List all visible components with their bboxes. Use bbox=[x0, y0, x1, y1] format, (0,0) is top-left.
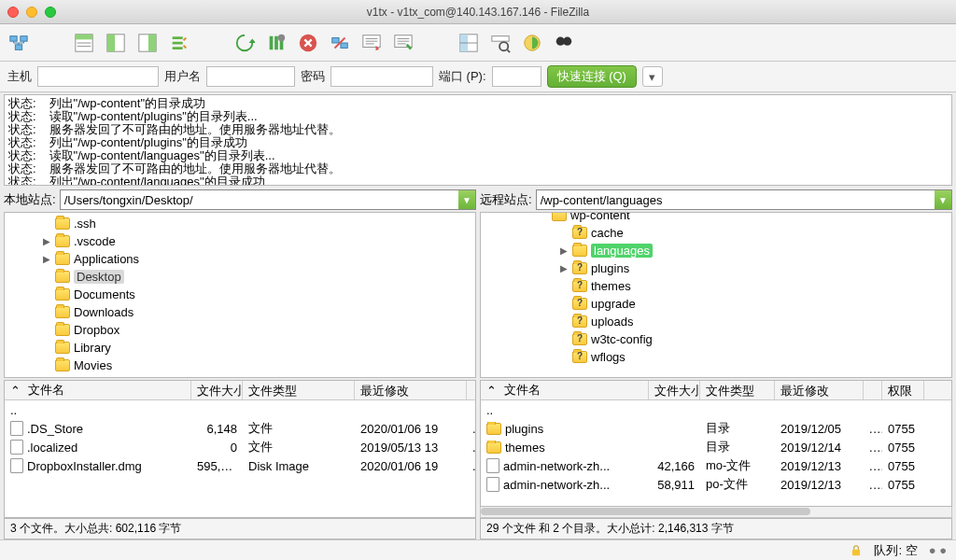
tree-label: w3tc-config bbox=[591, 332, 653, 346]
tree-item[interactable]: Desktop bbox=[5, 268, 475, 286]
close-window-button[interactable] bbox=[7, 7, 19, 18]
port-input[interactable] bbox=[492, 66, 541, 87]
file-row[interactable]: admin-network-zh...58,911po-文件2019/12/13… bbox=[481, 475, 951, 494]
folder-icon bbox=[486, 423, 501, 435]
search-icon[interactable] bbox=[551, 30, 577, 56]
tree-item[interactable]: wp-content bbox=[481, 212, 951, 224]
tree-item[interactable]: w3tc-config bbox=[481, 330, 951, 348]
tree-item[interactable]: ▶languages bbox=[481, 242, 951, 259]
folder-icon bbox=[572, 298, 587, 310]
user-input[interactable] bbox=[206, 66, 295, 87]
file-row[interactable]: plugins目录2019/12/05...0755 bbox=[481, 419, 951, 438]
log-line: 状态: 读取"/wp-content/plugins"的目录列表... bbox=[8, 110, 948, 123]
tree-item[interactable]: Library bbox=[5, 339, 475, 357]
tree-label: Library bbox=[74, 341, 111, 355]
local-site-label: 本地站点: bbox=[4, 191, 56, 208]
tree-item[interactable]: wflogs bbox=[481, 348, 951, 366]
toggle-queue-icon[interactable] bbox=[166, 30, 192, 56]
folder-icon bbox=[55, 342, 70, 354]
tree-item[interactable]: Documents bbox=[5, 286, 475, 303]
tree-label: .ssh bbox=[74, 217, 96, 231]
toggle-log-icon[interactable] bbox=[71, 30, 97, 56]
tree-item[interactable]: ▶Applications bbox=[5, 250, 475, 268]
tree-label: plugins bbox=[591, 261, 629, 275]
tree-item[interactable]: Downloads bbox=[5, 303, 475, 321]
lock-icon bbox=[850, 544, 863, 557]
tree-item[interactable]: ▶.vscode bbox=[5, 232, 475, 250]
tree-item[interactable]: themes bbox=[481, 277, 951, 295]
user-label: 用户名 bbox=[164, 68, 201, 85]
tree-label: Documents bbox=[74, 287, 135, 301]
remote-path-input[interactable] bbox=[537, 190, 935, 209]
toggle-localtree-icon[interactable] bbox=[103, 30, 129, 56]
chevron-down-icon[interactable]: ▼ bbox=[458, 190, 475, 209]
local-file-header[interactable]: ⌃文件名 文件大小 文件类型 最近修改 bbox=[4, 380, 476, 400]
folder-icon bbox=[572, 227, 587, 239]
remote-tree[interactable]: wp-contentcache▶languages▶pluginsthemesu… bbox=[480, 212, 952, 378]
tree-item[interactable]: uploads bbox=[481, 313, 951, 330]
minimize-window-button[interactable] bbox=[26, 7, 37, 18]
tree-item[interactable]: .ssh bbox=[5, 215, 475, 232]
tree-item[interactable]: ▶plugins bbox=[481, 259, 951, 277]
titlebar: v1tx - v1tx_com@140.143.167.146 - FileZi… bbox=[0, 0, 956, 24]
tree-item[interactable]: Movies bbox=[5, 357, 475, 374]
file-icon bbox=[10, 421, 23, 436]
tree-item[interactable]: Dropbox bbox=[5, 321, 475, 339]
file-row[interactable]: admin-network-zh...42,166mo-文件2019/12/13… bbox=[481, 456, 951, 475]
compare-icon[interactable] bbox=[519, 30, 545, 56]
file-row[interactable]: .DS_Store6,148文件2020/01/06 19... bbox=[5, 419, 475, 438]
svg-rect-1 bbox=[21, 35, 27, 41]
svg-rect-8 bbox=[107, 34, 115, 50]
file-row[interactable]: .. bbox=[481, 400, 951, 419]
tree-item[interactable]: cache bbox=[481, 224, 951, 242]
arrow-icon: ⌃ bbox=[486, 384, 497, 398]
quickconnect-button[interactable]: 快速连接 (Q) bbox=[547, 65, 637, 88]
svg-rect-4 bbox=[76, 34, 92, 39]
refresh-icon[interactable] bbox=[232, 30, 258, 56]
host-input[interactable] bbox=[37, 66, 159, 87]
file-row[interactable]: .. bbox=[5, 400, 475, 419]
process-queue-icon[interactable] bbox=[263, 30, 289, 56]
horizontal-scrollbar[interactable] bbox=[480, 507, 952, 518]
pass-input[interactable] bbox=[330, 66, 433, 87]
remote-file-header[interactable]: ⌃文件名 文件大小 文件类型 最近修改 权限 bbox=[480, 380, 952, 400]
folder-icon bbox=[55, 253, 70, 265]
zoom-window-button[interactable] bbox=[45, 7, 56, 18]
message-log[interactable]: 状态: 列出"/wp-content"的目录成功状态: 读取"/wp-conte… bbox=[4, 94, 952, 186]
reconnect-icon[interactable] bbox=[358, 30, 385, 56]
toggle-remotetree-icon[interactable] bbox=[134, 30, 161, 56]
folder-icon bbox=[572, 280, 587, 292]
quickconnect-bar: 主机 用户名 密码 端口 (P): 快速连接 (Q) ▾ bbox=[0, 62, 956, 92]
filelisting-icon[interactable] bbox=[456, 30, 482, 56]
local-tree[interactable]: .ssh▶.vscode▶ApplicationsDesktopDocument… bbox=[4, 212, 476, 378]
chevron-down-icon[interactable]: ▼ bbox=[935, 190, 951, 209]
quickconnect-dropdown[interactable]: ▾ bbox=[642, 66, 663, 87]
filter-icon[interactable] bbox=[487, 30, 513, 56]
window-title: v1tx - v1tx_com@140.143.167.146 - FileZi… bbox=[0, 6, 956, 19]
tree-item[interactable]: upgrade bbox=[481, 295, 951, 313]
sitemanager-icon[interactable] bbox=[6, 30, 32, 56]
svg-rect-10 bbox=[148, 34, 156, 50]
folder-icon bbox=[572, 245, 587, 257]
file-row[interactable]: themes目录2019/12/14...0755 bbox=[481, 438, 951, 456]
local-file-list: ⌃文件名 文件大小 文件类型 最近修改 ...DS_Store6,148文件20… bbox=[4, 380, 476, 518]
remote-path-combo[interactable]: ▼ bbox=[536, 189, 952, 210]
cancel-icon[interactable] bbox=[295, 30, 321, 56]
file-icon bbox=[486, 458, 499, 473]
local-path-input[interactable] bbox=[61, 190, 458, 209]
file-row[interactable]: .localized0文件2019/05/13 13... bbox=[5, 438, 475, 456]
folder-icon bbox=[572, 315, 587, 328]
remote-site-label: 远程站点: bbox=[480, 191, 532, 208]
local-path-combo[interactable]: ▼ bbox=[60, 189, 476, 210]
tree-label: Desktop bbox=[74, 270, 124, 284]
queue-status: 队列: 空 bbox=[874, 542, 917, 559]
bottom-statusbar: 队列: 空 ● ● bbox=[0, 539, 956, 560]
tree-label: Dropbox bbox=[74, 323, 120, 337]
log-line: 状态: 列出"/wp-content/plugins"的目录成功 bbox=[8, 136, 948, 149]
folder-icon bbox=[55, 271, 70, 283]
svg-line-22 bbox=[507, 49, 510, 52]
reconnect2-icon[interactable] bbox=[390, 30, 416, 56]
folder-icon bbox=[572, 333, 587, 345]
disconnect-icon[interactable] bbox=[327, 30, 353, 56]
file-row[interactable]: DropboxInstaller.dmg595,968Disk Image202… bbox=[5, 456, 475, 475]
